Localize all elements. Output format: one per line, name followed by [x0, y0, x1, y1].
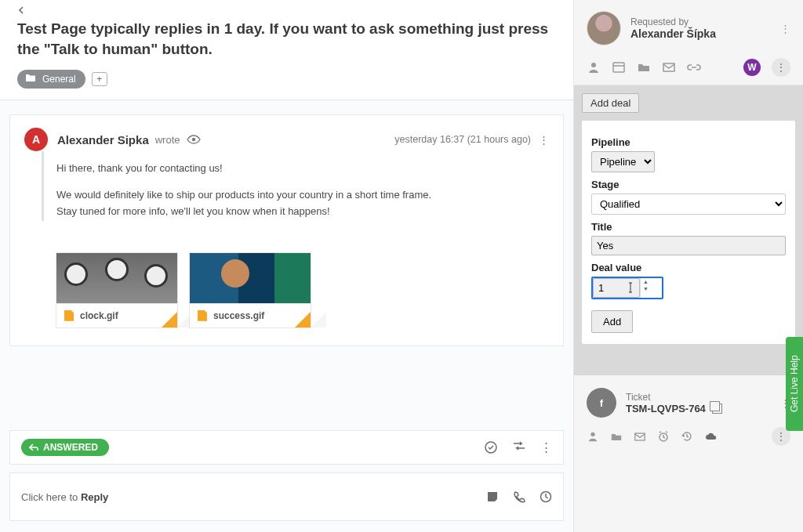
history-icon[interactable]	[681, 430, 693, 443]
reply-arrow-icon	[29, 443, 38, 451]
svg-point-0	[191, 138, 195, 142]
reply-prompt: Click here to Reply	[21, 491, 108, 503]
page-headline: Test Page typically replies in 1 day. If…	[17, 19, 556, 59]
folder-icon	[25, 73, 38, 85]
author-avatar: A	[24, 128, 48, 151]
schedule-icon[interactable]	[540, 490, 552, 503]
message-line: Hi there, thank you for contacting us!	[56, 161, 549, 176]
attachment-filename: success.gif	[213, 310, 264, 321]
note-icon[interactable]	[486, 490, 499, 503]
attachment-card[interactable]: success.gif	[189, 252, 311, 328]
title-input[interactable]	[591, 236, 786, 255]
wrote-label: wrote	[155, 134, 180, 146]
stage-select[interactable]: Qualified	[591, 194, 786, 215]
message-line: We would definitely like to ship our pro…	[56, 189, 431, 201]
pipeline-select[interactable]: Pipeline	[591, 151, 655, 172]
requester-avatar[interactable]	[587, 11, 621, 45]
reply-bar[interactable]: Click here to Reply	[9, 472, 564, 521]
person-icon[interactable]	[587, 430, 599, 443]
attachment-filename: clock.gif	[80, 310, 118, 321]
answered-pill[interactable]: ANSWERED	[21, 439, 109, 456]
resolve-icon[interactable]	[484, 440, 498, 454]
message-timestamp: yesterday 16:37 (21 hours ago)	[394, 134, 531, 145]
mail-icon[interactable]	[634, 432, 646, 442]
ticket-avatar: f	[587, 388, 616, 418]
file-icon	[198, 310, 207, 321]
folder-icon[interactable]	[610, 432, 623, 442]
answered-label: ANSWERED	[43, 442, 98, 453]
person-icon[interactable]	[587, 60, 601, 74]
status-bar: ANSWERED ⋮	[9, 430, 564, 465]
cloud-icon[interactable]	[704, 432, 718, 441]
message-card: A Alexander Sipka wrote yesterday 16:37 …	[9, 114, 564, 346]
stepper-up-icon[interactable]: ▲	[641, 278, 651, 285]
copy-icon[interactable]	[712, 404, 722, 414]
add-button[interactable]: Add	[591, 310, 633, 333]
alarm-icon[interactable]	[657, 430, 670, 443]
stage-label: Stage	[591, 179, 786, 190]
folder-icon[interactable]	[637, 62, 651, 73]
svg-rect-4	[613, 63, 624, 72]
svg-rect-6	[663, 63, 674, 71]
tag-general[interactable]: General	[17, 70, 85, 89]
deal-value-label: Deal value	[591, 262, 786, 273]
status-more-icon[interactable]: ⋮	[540, 440, 552, 454]
back-button[interactable]	[17, 6, 556, 14]
message-line: Stay tuned for more info, we'll let you …	[56, 205, 330, 217]
deal-value-input[interactable]	[593, 278, 640, 298]
svg-rect-8	[635, 433, 645, 440]
requester-more-icon[interactable]: ⋮	[780, 23, 790, 34]
mail-icon[interactable]	[662, 62, 676, 73]
attachment-thumb	[56, 253, 177, 303]
title-label: Title	[591, 221, 786, 233]
pipeline-label: Pipeline	[591, 136, 786, 148]
deal-card: Pipeline Pipeline Stage Qualified Title …	[582, 121, 795, 344]
svg-point-7	[590, 432, 594, 436]
ticket-id: TSM-LQVPS-764	[626, 403, 706, 414]
transfer-icon[interactable]	[512, 440, 526, 454]
tag-label: General	[42, 74, 76, 85]
add-tag-button[interactable]: +	[92, 72, 107, 86]
file-icon	[64, 310, 74, 321]
call-icon[interactable]	[513, 490, 525, 503]
ticket-label: Ticket	[626, 392, 722, 403]
link-icon[interactable]	[687, 63, 701, 71]
w-badge[interactable]: W	[743, 59, 761, 76]
attachment-thumb	[190, 253, 311, 303]
stepper-down-icon[interactable]: ▼	[641, 285, 651, 292]
author-name: Alexander Sipka	[57, 133, 149, 147]
deal-panel: Add deal Pipeline Pipeline Stage Qualifi…	[574, 85, 803, 375]
svg-point-3	[591, 63, 596, 67]
attachment-card[interactable]: clock.gif	[56, 252, 178, 328]
message-more-icon[interactable]: ⋮	[539, 134, 549, 146]
visibility-icon[interactable]	[187, 135, 201, 144]
add-deal-button[interactable]: Add deal	[582, 93, 639, 113]
requested-by-label: Requested by	[630, 16, 716, 27]
window-icon[interactable]	[612, 61, 626, 74]
header-card: Test Page typically replies in 1 day. If…	[0, 0, 573, 100]
live-help-tab[interactable]: Get Live Help	[786, 337, 803, 431]
sidebar-more-icon[interactable]: ⋮	[772, 58, 790, 77]
requested-by-name: Alexander Šípka	[630, 27, 716, 40]
message-body: Hi there, thank you for contacting us! W…	[42, 151, 549, 220]
